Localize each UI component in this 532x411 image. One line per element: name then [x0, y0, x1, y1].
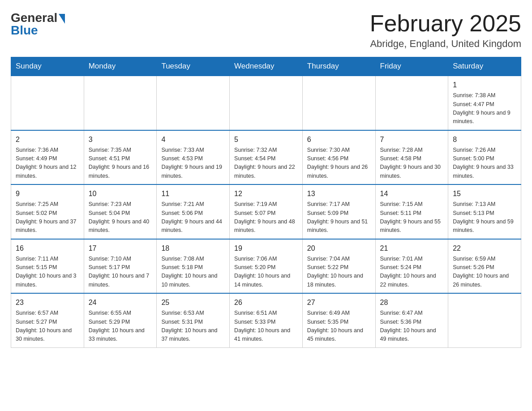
calendar-cell: 1Sunrise: 7:38 AMSunset: 4:47 PMDaylight… — [448, 76, 521, 130]
calendar-cell: 17Sunrise: 7:10 AMSunset: 5:17 PMDayligh… — [84, 239, 157, 294]
day-info: Sunrise: 7:26 AMSunset: 5:00 PMDaylight:… — [453, 146, 516, 181]
calendar-cell: 5Sunrise: 7:32 AMSunset: 4:54 PMDaylight… — [230, 130, 303, 185]
calendar-cell: 3Sunrise: 7:35 AMSunset: 4:51 PMDaylight… — [84, 130, 157, 185]
day-number: 9 — [16, 188, 79, 199]
calendar-cell — [157, 76, 230, 130]
day-info: Sunrise: 7:19 AMSunset: 5:07 PMDaylight:… — [234, 200, 298, 235]
day-number: 28 — [380, 297, 444, 308]
day-info: Sunrise: 7:10 AMSunset: 5:17 PMDaylight:… — [89, 255, 152, 290]
calendar-cell: 27Sunrise: 6:49 AMSunset: 5:35 PMDayligh… — [302, 293, 375, 347]
day-info: Sunrise: 6:57 AMSunset: 5:27 PMDaylight:… — [16, 309, 79, 344]
calendar-cell: 14Sunrise: 7:15 AMSunset: 5:11 PMDayligh… — [375, 184, 448, 239]
calendar-cell: 22Sunrise: 6:59 AMSunset: 5:26 PMDayligh… — [448, 239, 521, 294]
page-header: General Blue February 2025 Abridge, Engl… — [11, 11, 521, 50]
day-info: Sunrise: 7:35 AMSunset: 4:51 PMDaylight:… — [89, 146, 152, 181]
day-number: 20 — [307, 243, 371, 254]
day-info: Sunrise: 7:23 AMSunset: 5:04 PMDaylight:… — [89, 200, 152, 235]
day-number: 7 — [380, 134, 444, 145]
day-number: 23 — [16, 297, 79, 308]
day-number: 16 — [16, 243, 79, 254]
day-number: 21 — [380, 243, 444, 254]
day-number: 18 — [161, 243, 225, 254]
weekday-header-saturday: Saturday — [448, 57, 521, 76]
calendar-cell: 24Sunrise: 6:55 AMSunset: 5:29 PMDayligh… — [84, 293, 157, 347]
calendar-cell: 10Sunrise: 7:23 AMSunset: 5:04 PMDayligh… — [84, 184, 157, 239]
weekday-header-friday: Friday — [375, 57, 448, 76]
calendar-cell — [84, 76, 157, 130]
day-number: 2 — [16, 134, 79, 145]
day-number: 19 — [234, 243, 298, 254]
day-info: Sunrise: 6:55 AMSunset: 5:29 PMDaylight:… — [89, 309, 152, 344]
month-title: February 2025 — [370, 11, 521, 36]
calendar-cell: 11Sunrise: 7:21 AMSunset: 5:06 PMDayligh… — [157, 184, 230, 239]
calendar-cell: 18Sunrise: 7:08 AMSunset: 5:18 PMDayligh… — [157, 239, 230, 294]
day-info: Sunrise: 7:06 AMSunset: 5:20 PMDaylight:… — [234, 255, 298, 290]
calendar-week-row: 1Sunrise: 7:38 AMSunset: 4:47 PMDaylight… — [11, 76, 521, 130]
day-number: 6 — [307, 134, 371, 145]
weekday-header-row: SundayMondayTuesdayWednesdayThursdayFrid… — [11, 57, 521, 76]
day-info: Sunrise: 7:28 AMSunset: 4:58 PMDaylight:… — [380, 146, 444, 181]
day-number: 17 — [89, 243, 152, 254]
day-number: 1 — [453, 80, 516, 90]
day-number: 14 — [380, 188, 444, 199]
day-info: Sunrise: 7:21 AMSunset: 5:06 PMDaylight:… — [161, 200, 225, 235]
day-info: Sunrise: 6:51 AMSunset: 5:33 PMDaylight:… — [234, 309, 298, 344]
day-number: 11 — [161, 188, 225, 199]
calendar-week-row: 23Sunrise: 6:57 AMSunset: 5:27 PMDayligh… — [11, 293, 521, 347]
day-number: 13 — [307, 188, 371, 199]
calendar-table: SundayMondayTuesdayWednesdayThursdayFrid… — [11, 57, 521, 348]
calendar-cell: 6Sunrise: 7:30 AMSunset: 4:56 PMDaylight… — [302, 130, 375, 185]
title-area: February 2025 Abridge, England, United K… — [370, 11, 521, 50]
calendar-week-row: 9Sunrise: 7:25 AMSunset: 5:02 PMDaylight… — [11, 184, 521, 239]
weekday-header-wednesday: Wednesday — [230, 57, 303, 76]
calendar-cell: 9Sunrise: 7:25 AMSunset: 5:02 PMDaylight… — [11, 184, 84, 239]
calendar-cell: 12Sunrise: 7:19 AMSunset: 5:07 PMDayligh… — [230, 184, 303, 239]
calendar-cell — [11, 76, 84, 130]
calendar-cell: 2Sunrise: 7:36 AMSunset: 4:49 PMDaylight… — [11, 130, 84, 185]
day-info: Sunrise: 7:30 AMSunset: 4:56 PMDaylight:… — [307, 146, 371, 181]
day-info: Sunrise: 6:49 AMSunset: 5:35 PMDaylight:… — [307, 309, 371, 344]
day-info: Sunrise: 7:36 AMSunset: 4:49 PMDaylight:… — [16, 146, 79, 181]
calendar-cell: 21Sunrise: 7:01 AMSunset: 5:24 PMDayligh… — [375, 239, 448, 294]
calendar-cell: 23Sunrise: 6:57 AMSunset: 5:27 PMDayligh… — [11, 293, 84, 347]
calendar-cell: 28Sunrise: 6:47 AMSunset: 5:36 PMDayligh… — [375, 293, 448, 347]
day-number: 25 — [161, 297, 225, 308]
calendar-cell — [448, 293, 521, 347]
location-text: Abridge, England, United Kingdom — [370, 38, 521, 50]
day-number: 26 — [234, 297, 298, 308]
calendar-cell: 13Sunrise: 7:17 AMSunset: 5:09 PMDayligh… — [302, 184, 375, 239]
day-info: Sunrise: 7:25 AMSunset: 5:02 PMDaylight:… — [16, 200, 79, 235]
day-info: Sunrise: 7:38 AMSunset: 4:47 PMDaylight:… — [453, 91, 516, 126]
calendar-cell: 15Sunrise: 7:13 AMSunset: 5:13 PMDayligh… — [448, 184, 521, 239]
weekday-header-thursday: Thursday — [302, 57, 375, 76]
calendar-cell — [302, 76, 375, 130]
day-number: 10 — [89, 188, 152, 199]
day-info: Sunrise: 7:33 AMSunset: 4:53 PMDaylight:… — [161, 146, 225, 181]
day-number: 27 — [307, 297, 371, 308]
day-number: 8 — [453, 134, 516, 145]
weekday-header-tuesday: Tuesday — [157, 57, 230, 76]
logo-blue-text: Blue — [11, 23, 38, 38]
calendar-cell: 8Sunrise: 7:26 AMSunset: 5:00 PMDaylight… — [448, 130, 521, 185]
logo: General Blue — [11, 11, 65, 38]
day-number: 3 — [89, 134, 152, 145]
weekday-header-monday: Monday — [84, 57, 157, 76]
calendar-cell — [375, 76, 448, 130]
day-info: Sunrise: 6:47 AMSunset: 5:36 PMDaylight:… — [380, 309, 444, 344]
day-info: Sunrise: 7:17 AMSunset: 5:09 PMDaylight:… — [307, 200, 371, 235]
calendar-cell: 19Sunrise: 7:06 AMSunset: 5:20 PMDayligh… — [230, 239, 303, 294]
day-info: Sunrise: 7:04 AMSunset: 5:22 PMDaylight:… — [307, 255, 371, 290]
calendar-cell: 20Sunrise: 7:04 AMSunset: 5:22 PMDayligh… — [302, 239, 375, 294]
weekday-header-sunday: Sunday — [11, 57, 84, 76]
day-info: Sunrise: 7:15 AMSunset: 5:11 PMDaylight:… — [380, 200, 444, 235]
calendar-cell: 26Sunrise: 6:51 AMSunset: 5:33 PMDayligh… — [230, 293, 303, 347]
day-number: 24 — [89, 297, 152, 308]
day-number: 4 — [161, 134, 225, 145]
day-info: Sunrise: 7:08 AMSunset: 5:18 PMDaylight:… — [161, 255, 225, 290]
day-info: Sunrise: 6:59 AMSunset: 5:26 PMDaylight:… — [453, 255, 516, 290]
calendar-cell: 7Sunrise: 7:28 AMSunset: 4:58 PMDaylight… — [375, 130, 448, 185]
day-info: Sunrise: 7:11 AMSunset: 5:15 PMDaylight:… — [16, 255, 79, 290]
calendar-cell: 25Sunrise: 6:53 AMSunset: 5:31 PMDayligh… — [157, 293, 230, 347]
day-info: Sunrise: 7:32 AMSunset: 4:54 PMDaylight:… — [234, 146, 298, 181]
day-info: Sunrise: 7:01 AMSunset: 5:24 PMDaylight:… — [380, 255, 444, 290]
